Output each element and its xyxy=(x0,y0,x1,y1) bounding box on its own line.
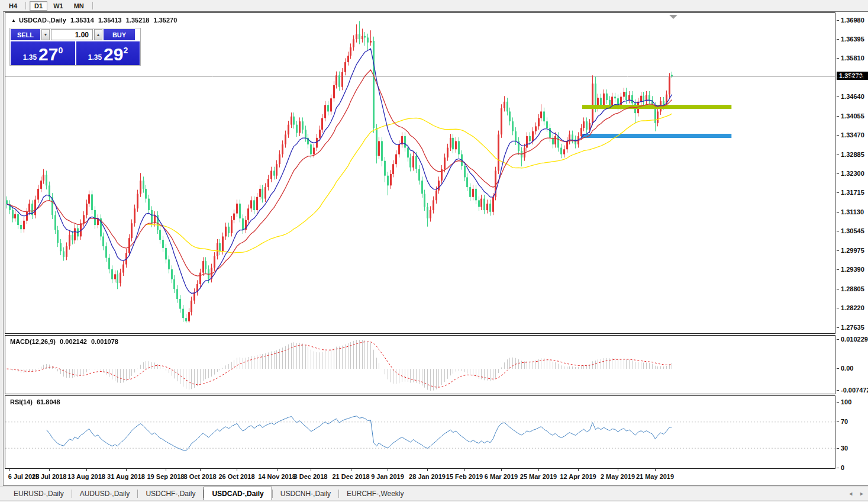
chart-tab-eurchf-weekly[interactable]: EURCHF-,Weekly xyxy=(339,488,411,500)
date-tick xyxy=(86,469,87,471)
date-tick xyxy=(427,469,428,471)
rsi-tick-dash xyxy=(837,468,839,468)
rsi-label: RSI(14) 61.8048 xyxy=(10,398,63,406)
timeframe-button-h4[interactable]: H4 xyxy=(4,1,22,11)
price-tick-dash xyxy=(837,289,839,289)
buy-price-point: 2 xyxy=(123,46,128,55)
chart-tab-usdcad-daily[interactable]: USDCAD-,Daily xyxy=(204,487,272,500)
date-tick xyxy=(501,469,502,471)
price-tick-label: 1.28805 xyxy=(837,285,864,293)
rsi-tick-label: 100 xyxy=(837,398,851,406)
price-tick-label: 1.28220 xyxy=(837,304,864,312)
rsi-canvas[interactable] xyxy=(5,396,835,468)
macd-tick-dash xyxy=(837,339,839,340)
chart-tab-usdcnh-daily[interactable]: USDCNH-,Daily xyxy=(273,488,338,500)
chart-symbol: USDCAD-,Daily xyxy=(19,17,66,24)
macd-tick-label: -0.007472 xyxy=(837,387,868,394)
buy-price-display[interactable]: 1.35 29 2 xyxy=(76,41,140,65)
price-tick-dash xyxy=(837,135,839,136)
date-tick xyxy=(464,469,465,471)
buy-button[interactable]: BUY xyxy=(104,29,135,40)
ohlc-close: 1.35270 xyxy=(154,17,178,24)
chart-window: ▲USDCAD-,Daily 1.35314 1.35413 1.35218 1… xyxy=(4,11,868,486)
toolbar-separator xyxy=(25,2,26,9)
date-tick xyxy=(388,469,388,471)
rsi-name: RSI(14) xyxy=(10,398,33,406)
buy-price-pips: 29 xyxy=(104,46,123,63)
ohlc-low: 1.35218 xyxy=(126,17,150,24)
price-tick-dash xyxy=(837,58,839,59)
price-tick-dash xyxy=(837,78,839,78)
price-axis[interactable]: 1.35270 1.369801.363951.358101.352701.34… xyxy=(837,12,868,469)
price-tick-dash xyxy=(837,20,839,21)
date-tick xyxy=(578,469,579,471)
sell-price-pips: 27 xyxy=(38,46,58,63)
sell-button[interactable]: SELL xyxy=(11,29,40,40)
date-tick xyxy=(311,469,311,471)
price-tick-dash xyxy=(837,39,839,40)
chevron-down-icon: ▼ xyxy=(44,33,48,37)
volume-decrease-button[interactable]: ▼ xyxy=(41,29,50,40)
date-tick xyxy=(351,469,351,471)
rsi-indicator-pane[interactable]: RSI(14) 61.8048 xyxy=(5,395,835,469)
date-tick-label: 31 Aug 2018 xyxy=(104,473,149,480)
macd-label: MACD(12,26,9) 0.002142 0.001078 xyxy=(10,338,121,345)
date-tick xyxy=(277,469,277,471)
timeframe-button-w1[interactable]: W1 xyxy=(49,1,68,11)
rsi-tick-label: 0 xyxy=(837,464,844,472)
date-tick-label: 3 Dec 2018 xyxy=(288,473,333,480)
tab-scroll-right-icon[interactable]: ► xyxy=(859,491,864,497)
rsi-tick-label: 30 xyxy=(837,445,848,452)
chart-tab-audusd-daily[interactable]: AUDUSD-,Daily xyxy=(72,488,138,500)
price-tick-label: 1.30545 xyxy=(837,227,864,235)
price-tick-label: 1.27635 xyxy=(837,324,864,332)
macd-signal-value: 0.001078 xyxy=(91,338,118,345)
sell-price-display[interactable]: 1.35 27 0 xyxy=(11,41,75,65)
macd-canvas[interactable] xyxy=(5,336,835,394)
timeframe-toolbar: H4D1W1MN xyxy=(0,0,868,11)
chevron-up-icon: ▲ xyxy=(96,33,101,37)
price-tick-label: 1.35270 xyxy=(837,74,864,82)
timeframe-button-d1[interactable]: D1 xyxy=(30,1,47,11)
price-tick-dash xyxy=(837,116,839,117)
volume-increase-button[interactable]: ▲ xyxy=(94,29,102,40)
price-tick-label: 1.31130 xyxy=(837,208,864,216)
price-tick-dash xyxy=(837,327,839,328)
price-tick-dash xyxy=(837,212,839,213)
chart-title: ▲USDCAD-,Daily 1.35314 1.35413 1.35218 1… xyxy=(11,17,179,24)
one-click-trading-panel: SELL ▼ ▲ BUY 1.35 27 0 1.35 29 2 xyxy=(9,28,141,66)
date-tick xyxy=(200,469,201,471)
volume-input[interactable] xyxy=(51,29,93,40)
price-tick-label: 1.29390 xyxy=(837,266,864,273)
chart-shift-marker-icon[interactable] xyxy=(669,15,677,19)
date-axis[interactable]: 6 Jul 201825 Jul 201813 Aug 201831 Aug 2… xyxy=(5,469,835,485)
price-tick-label: 1.31715 xyxy=(837,189,864,197)
chart-tab-usdchf-daily[interactable]: USDCHF-,Daily xyxy=(138,488,203,500)
rsi-tick-label: 70 xyxy=(837,418,848,426)
price-tick-dash xyxy=(837,96,839,97)
timeframe-button-mn[interactable]: MN xyxy=(69,1,89,11)
rsi-tick-dash xyxy=(837,402,839,403)
price-tick-label: 1.34640 xyxy=(837,93,864,101)
price-tick-dash xyxy=(837,308,839,308)
macd-tick-dash xyxy=(837,368,839,369)
price-tick-label: 1.36395 xyxy=(837,36,864,43)
price-tick-label: 1.35810 xyxy=(837,54,864,62)
date-tick-label: 13 Aug 2018 xyxy=(64,473,109,480)
price-tick-label: 1.34055 xyxy=(837,112,864,120)
main-chart-pane[interactable]: ▲USDCAD-,Daily 1.35314 1.35413 1.35218 1… xyxy=(5,12,835,334)
price-tick-label: 1.36980 xyxy=(837,17,864,24)
tab-scroll-left-icon[interactable]: ◄ xyxy=(848,491,853,497)
date-tick-label: 9 Jan 2019 xyxy=(365,473,410,480)
date-tick xyxy=(9,469,10,471)
chart-tab-eurusd-daily[interactable]: EURUSD-,Daily xyxy=(6,488,72,500)
macd-name: MACD(12,26,9) xyxy=(10,338,56,345)
sell-price-prefix: 1.35 xyxy=(23,53,37,62)
ohlc-open: 1.35314 xyxy=(70,17,94,24)
date-tick xyxy=(166,469,166,471)
macd-indicator-pane[interactable]: MACD(12,26,9) 0.002142 0.001078 xyxy=(5,335,835,394)
date-tick xyxy=(655,469,656,471)
price-tick-dash xyxy=(837,250,839,251)
macd-tick-dash xyxy=(837,390,839,391)
sell-price-point: 0 xyxy=(58,46,63,55)
